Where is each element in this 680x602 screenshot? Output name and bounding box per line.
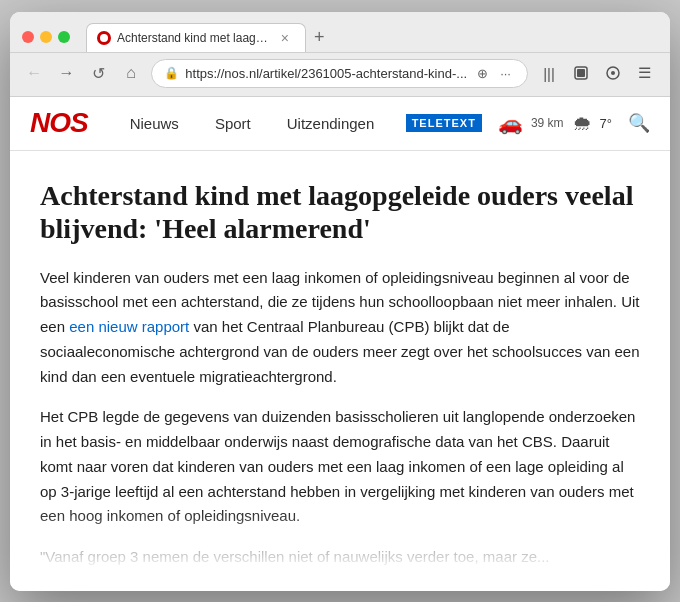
back-button[interactable]: ← xyxy=(22,60,46,86)
more-options-icon[interactable]: ··· xyxy=(496,64,515,83)
active-tab[interactable]: Achterstand kind met laagopge... × xyxy=(86,23,306,52)
url-bar[interactable]: 🔒 https://nos.nl/artikel/2361005-achters… xyxy=(151,59,528,88)
nos-navigation: NOS Nieuws Sport Uitzendingen TELETEXT 🚗… xyxy=(10,97,670,151)
svg-point-3 xyxy=(611,71,615,75)
new-tab-button[interactable]: + xyxy=(306,22,333,52)
menu-item-uitzendingen[interactable]: Uitzendingen xyxy=(269,107,393,140)
home-icon: ⌂ xyxy=(126,64,136,82)
article-body: Veel kinderen van ouders met een laag in… xyxy=(40,266,640,570)
title-bar: Achterstand kind met laagopge... × + xyxy=(10,12,670,53)
window-controls xyxy=(22,31,70,43)
menu-item-sport[interactable]: Sport xyxy=(197,107,269,140)
menu-item-nieuws[interactable]: Nieuws xyxy=(112,107,197,140)
rain-icon: 🌧 xyxy=(572,112,592,135)
download-icon[interactable] xyxy=(600,60,626,86)
tab-title: Achterstand kind met laagopge... xyxy=(117,31,273,45)
article-paragraph-1: Veel kinderen van ouders met een laag in… xyxy=(40,266,640,390)
nos-menu: Nieuws Sport Uitzendingen xyxy=(112,107,406,140)
minimize-button[interactable] xyxy=(40,31,52,43)
nos-website: NOS Nieuws Sport Uitzendingen TELETEXT 🚗… xyxy=(10,97,670,591)
teletext-logo[interactable]: TELETEXT xyxy=(406,114,482,132)
article-content: Achterstand kind met laagopgeleide ouder… xyxy=(10,151,670,591)
sync-icon[interactable] xyxy=(568,60,594,86)
article-title: Achterstand kind met laagopgeleide ouder… xyxy=(40,179,640,246)
article-paragraph-2: Het CPB legde de gegevens van duizenden … xyxy=(40,405,640,529)
maximize-button[interactable] xyxy=(58,31,70,43)
url-actions: ⊕ ··· xyxy=(473,64,515,83)
lock-icon: 🔒 xyxy=(164,66,179,80)
weather-widget: 🚗 39 km 🌧 7° xyxy=(498,111,612,135)
forward-button[interactable]: → xyxy=(54,60,78,86)
tab-favicon xyxy=(97,31,111,45)
browser-window: Achterstand kind met laagopge... × + ← →… xyxy=(10,12,670,591)
browser-right-icons: ||| ☰ xyxy=(536,60,658,86)
menu-icon[interactable]: ☰ xyxy=(632,60,658,86)
reload-button[interactable]: ↺ xyxy=(87,60,111,86)
tab-close-button[interactable]: × xyxy=(279,30,291,46)
bookmarks-icon[interactable]: ||| xyxy=(536,60,562,86)
nos-nav-right: TELETEXT 🚗 39 km 🌧 7° 🔍 xyxy=(406,111,650,135)
url-text: https://nos.nl/artikel/2361005-achtersta… xyxy=(185,66,467,81)
back-icon: ← xyxy=(26,64,42,82)
home-button[interactable]: ⌂ xyxy=(119,60,143,86)
weather-temperature: 7° xyxy=(600,116,612,131)
tabs-row: Achterstand kind met laagopge... × + xyxy=(86,22,658,52)
close-button[interactable] xyxy=(22,31,34,43)
article-paragraph-3: "Vanaf groep 3 nemen de verschillen niet… xyxy=(40,545,640,570)
nos-logo[interactable]: NOS xyxy=(30,107,88,139)
address-bar: ← → ↺ ⌂ 🔒 https://nos.nl/artikel/2361005… xyxy=(10,53,670,97)
forward-icon: → xyxy=(58,64,74,82)
article-link[interactable]: een nieuw rapport xyxy=(69,318,189,335)
reload-icon: ↺ xyxy=(92,64,105,83)
svg-rect-1 xyxy=(577,69,585,77)
bookmark-icon[interactable]: ⊕ xyxy=(473,64,492,83)
weather-distance: 39 km xyxy=(531,116,564,130)
search-icon[interactable]: 🔍 xyxy=(628,112,650,134)
car-icon: 🚗 xyxy=(498,111,523,135)
title-bar-top: Achterstand kind met laagopge... × + xyxy=(22,22,658,52)
